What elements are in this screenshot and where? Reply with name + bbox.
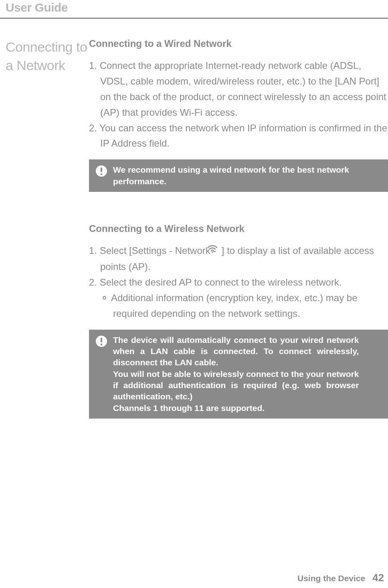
wired-step-2: 2. You can access the network when IP in… — [89, 121, 388, 152]
main-column: Connecting to a Wired Network 1. Connect… — [89, 38, 388, 419]
wireless-sub-bullet-text: Additional information (encryption key, … — [111, 292, 358, 319]
callout-line: if additional authentication is required… — [113, 380, 359, 391]
alert-icon — [95, 335, 107, 347]
alert-icon — [95, 165, 107, 177]
callout-line: authentication, etc.) — [113, 391, 359, 402]
callout-line: You will not be able to wirelessly conne… — [113, 369, 359, 380]
wireless-step-1: 1. Select [Settings - Network - ] to dis… — [89, 243, 388, 275]
callout-wired-text: We recommend using a wired network for t… — [113, 164, 382, 187]
svg-point-2 — [101, 173, 103, 175]
callout-wireless-text: The device will automatically connect to… — [113, 334, 359, 414]
callout-line: disconnect the LAN cable. — [113, 357, 359, 368]
header-rule — [0, 18, 388, 19]
wireless-step-2: 2. Select the desired AP to connect to t… — [89, 275, 388, 290]
page-number: 42 — [372, 572, 384, 584]
footer-section: Using the Device — [297, 574, 365, 583]
callout-line: Channels 1 through 11 are supported. — [113, 403, 359, 414]
wireless-step-1-pre: 1. Select [Settings - Network - — [89, 245, 219, 256]
footer: Using the Device 42 — [297, 572, 384, 584]
wired-step-1: 1. Connect the appropriate Internet-read… — [89, 58, 388, 121]
section-heading-wired: Connecting to a Wired Network — [89, 38, 388, 49]
header-title: User Guide — [0, 0, 388, 18]
section-heading-wireless: Connecting to a Wireless Network — [89, 223, 388, 234]
svg-rect-1 — [101, 167, 102, 172]
callout-line: when a LAN cable is connected. To connec… — [113, 346, 359, 357]
svg-rect-5 — [101, 338, 102, 342]
content-area: Connecting to a Network Connecting to a … — [0, 38, 388, 419]
callout-wireless: The device will automatically connect to… — [89, 330, 388, 419]
sidebar-section-title: Connecting to a Network — [6, 38, 89, 75]
wireless-sub-bullet: Additional information (encryption key, … — [89, 290, 388, 322]
callout-line: The device will automatically connect to… — [113, 334, 359, 346]
callout-wired: We recommend using a wired network for t… — [89, 159, 388, 192]
bullet-icon — [103, 296, 106, 300]
svg-point-3 — [212, 252, 213, 253]
sidebar: Connecting to a Network — [6, 38, 89, 419]
svg-point-6 — [101, 343, 103, 345]
